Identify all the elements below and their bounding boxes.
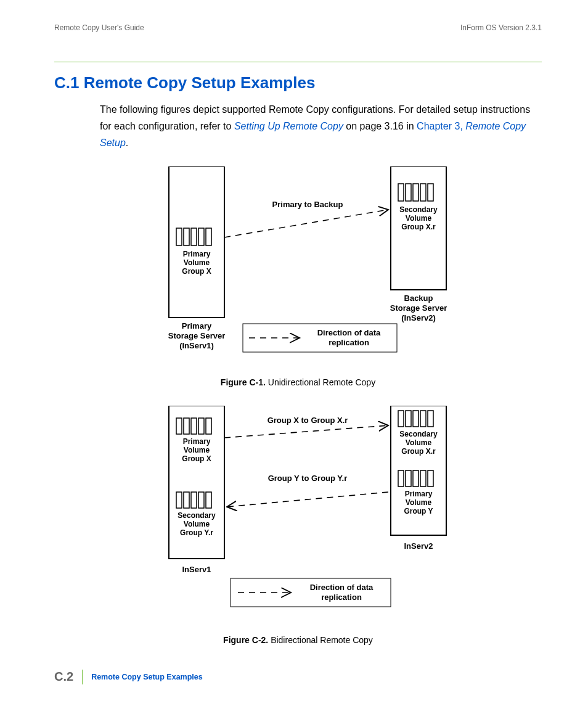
svg-rect-43: [420, 470, 426, 486]
svg-text:(InServ2): (InServ2): [401, 313, 436, 322]
primary-server-label: Primary: [181, 321, 211, 330]
disks-icon: [398, 470, 433, 486]
svg-rect-29: [198, 492, 204, 508]
svg-rect-30: [206, 492, 211, 508]
legend-label: Direction of data: [309, 583, 373, 592]
para-text-b: on page 3.16 in: [343, 121, 417, 131]
svg-rect-13: [428, 184, 433, 201]
section-heading: C.1 Remote Copy Setup Examples: [54, 73, 542, 92]
svg-text:Storage Server: Storage Server: [390, 303, 447, 313]
left-primary-vol-label: Primary: [182, 437, 210, 446]
link-setting-up-remote-copy[interactable]: Setting Up Remote Copy: [234, 121, 343, 131]
svg-rect-44: [428, 470, 433, 486]
svg-rect-27: [184, 492, 189, 508]
footer-divider: [82, 670, 83, 684]
arrow-group-y: [227, 492, 388, 507]
disks-icon: [398, 184, 433, 201]
page-header: Remote Copy User's Guide InForm OS Versi…: [54, 23, 542, 32]
arrow-label: Primary to Backup: [272, 200, 343, 209]
arrow-x-label: Group X to Group X.r: [267, 416, 348, 425]
figure-c1: Primary Volume Group X Primary Storage S…: [54, 166, 542, 370]
page-footer: C.2 Remote Copy Setup Examples: [54, 670, 542, 684]
svg-text:Storage Server: Storage Server: [168, 331, 225, 340]
svg-text:Group Y.r: Group Y.r: [180, 528, 213, 537]
svg-rect-22: [198, 418, 204, 434]
svg-text:(InServ1): (InServ1): [179, 341, 214, 350]
svg-rect-4: [206, 228, 211, 245]
section-number: C.1: [54, 73, 79, 92]
svg-rect-33: [398, 411, 404, 427]
svg-rect-2: [191, 228, 197, 245]
divider-line: [54, 62, 542, 62]
secondary-vol-label: Secondary: [399, 205, 438, 214]
right-primary-vol-label: Primary: [404, 490, 432, 498]
svg-rect-28: [191, 492, 197, 508]
header-left: Remote Copy User's Guide: [54, 23, 144, 32]
svg-rect-42: [413, 470, 419, 486]
svg-text:Volume: Volume: [183, 446, 210, 454]
svg-rect-3: [198, 228, 204, 245]
legend-label: Direction of data: [317, 328, 380, 337]
svg-rect-11: [413, 184, 419, 201]
svg-text:replication: replication: [329, 338, 369, 347]
svg-rect-0: [176, 228, 182, 245]
svg-text:Group X: Group X: [182, 454, 211, 463]
inserv1-label: InServ1: [182, 565, 211, 574]
svg-rect-19: [176, 418, 182, 434]
svg-text:Volume: Volume: [405, 498, 431, 507]
svg-rect-10: [406, 184, 411, 201]
svg-text:Group Y: Group Y: [404, 507, 433, 515]
svg-text:Volume: Volume: [405, 438, 431, 447]
left-secondary-vol-label: Secondary: [178, 511, 216, 520]
primary-vol-label: Primary: [182, 250, 210, 258]
svg-text:Volume: Volume: [183, 520, 210, 528]
svg-rect-26: [176, 492, 182, 508]
svg-rect-20: [184, 418, 189, 434]
svg-text:replication: replication: [321, 593, 362, 602]
figure-c2: Primary Volume Group X Secondary Volume …: [54, 406, 542, 628]
page-number: C.2: [54, 670, 82, 684]
header-right: InForm OS Version 2.3.1: [460, 23, 542, 32]
svg-text:Group X.r: Group X.r: [401, 447, 436, 456]
footer-title: Remote Copy Setup Examples: [91, 673, 203, 681]
arrow-group-x: [224, 425, 388, 438]
inserv2-label: InServ2: [404, 541, 433, 551]
svg-rect-35: [413, 411, 419, 427]
svg-text:Group X.r: Group X.r: [401, 223, 436, 231]
svg-rect-21: [191, 418, 197, 434]
figure-c2-caption: Figure C-2. Bidirectional Remote Copy: [54, 635, 542, 645]
svg-text:Volume: Volume: [183, 258, 210, 267]
arrow-primary-to-backup: [224, 210, 388, 237]
para-text-c: .: [126, 138, 128, 148]
disks-icon: [398, 411, 433, 427]
svg-rect-9: [398, 184, 404, 201]
section-title-text: Remote Copy Setup Examples: [84, 73, 316, 92]
svg-text:Volume: Volume: [405, 214, 431, 223]
svg-rect-41: [406, 470, 411, 486]
arrow-y-label: Group Y to Group Y.r: [267, 474, 347, 483]
svg-rect-12: [420, 184, 426, 201]
svg-rect-36: [420, 411, 426, 427]
disks-icon: [176, 228, 211, 245]
disks-icon: [176, 492, 211, 508]
intro-paragraph: The following figures depict supported R…: [100, 101, 531, 152]
right-secondary-vol-label: Secondary: [399, 430, 438, 438]
svg-text:Group X: Group X: [182, 267, 211, 276]
svg-rect-23: [206, 418, 211, 434]
svg-rect-34: [406, 411, 411, 427]
backup-server-label: Backup: [404, 293, 433, 303]
svg-rect-1: [184, 228, 189, 245]
figure-c1-caption: Figure C-1. Unidirectional Remote Copy: [54, 377, 542, 387]
svg-rect-40: [398, 470, 404, 486]
svg-rect-37: [428, 411, 433, 427]
disks-icon: [176, 418, 211, 434]
